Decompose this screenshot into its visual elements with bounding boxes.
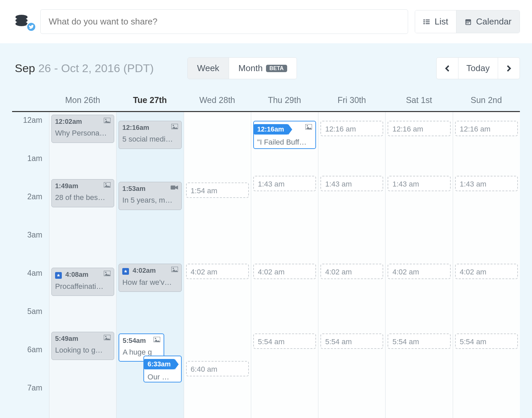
event[interactable]: 12:16am "I Failed Buff… [253, 121, 316, 149]
slot[interactable]: 5:54 am [253, 333, 316, 349]
event[interactable]: 1:49am 28 of the bes… [51, 179, 114, 207]
slot[interactable]: 6:40 am [186, 361, 249, 376]
slot[interactable]: 1:54 am [186, 182, 249, 198]
view-toggle: List Calendar [415, 10, 520, 33]
slot[interactable]: 4:02 am [455, 264, 518, 279]
slot[interactable]: 12:16 am [455, 121, 518, 136]
share-input[interactable] [40, 9, 408, 34]
beta-badge: BETA [266, 65, 287, 72]
svg-point-7 [424, 21, 425, 22]
image-icon [171, 267, 178, 272]
day-col-fri: 12:16 am 1:43 am 4:02 am 5:54 am [318, 112, 385, 418]
image-icon [171, 124, 178, 129]
day-col-tue: 12:16am 5 social medi… 1:53am In 5 years… [116, 112, 183, 418]
slot[interactable]: 5:54 am [455, 333, 518, 349]
svg-rect-12 [468, 21, 469, 22]
image-icon [104, 118, 110, 123]
event[interactable]: 1:53am In 5 years, m… [119, 182, 181, 210]
slot[interactable]: 12:16 am [388, 121, 450, 136]
day-col-sat: 12:16 am 1:43 am 4:02 am 5:54 am [385, 112, 452, 418]
twitter-icon [26, 22, 36, 32]
event[interactable]: 12:02am Why Persona… [51, 115, 114, 143]
svg-point-30 [155, 338, 156, 339]
slot[interactable]: 4:02 am [186, 264, 249, 279]
week-button[interactable]: Week [188, 58, 229, 79]
day-header: Tue 27th [116, 89, 183, 112]
logo[interactable] [14, 13, 34, 31]
star-icon [122, 268, 129, 275]
slot[interactable]: 1:43 am [253, 176, 316, 191]
event[interactable]: 6:33am Our … [143, 356, 181, 382]
prev-button[interactable] [437, 58, 458, 79]
slot[interactable]: 1:43 am [455, 176, 518, 191]
today-button[interactable]: Today [458, 58, 498, 79]
slot[interactable]: 1:43 am [388, 176, 450, 191]
svg-rect-15 [468, 22, 469, 23]
date-range-label: Sep 26 - Oct 2, 2016 (PDT) [15, 62, 154, 75]
slot[interactable]: 4:02 am [388, 264, 450, 279]
day-col-wed: 1:54 am 4:02 am 6:40 am [184, 112, 251, 418]
star-icon [55, 272, 62, 279]
image-icon [305, 124, 312, 129]
svg-point-6 [424, 19, 425, 20]
image-icon [104, 335, 110, 340]
list-icon [423, 18, 431, 25]
svg-rect-14 [467, 22, 468, 23]
event[interactable]: 12:16am 5 social medi… [119, 121, 181, 149]
day-col-mon: 12:02am Why Persona… 1:49am 28 of the be… [49, 112, 116, 418]
svg-point-28 [173, 268, 174, 269]
svg-point-8 [424, 23, 425, 24]
svg-point-19 [105, 183, 106, 185]
month-button[interactable]: Month BETA [229, 58, 297, 79]
day-header: Thu 29th [251, 89, 318, 112]
event[interactable]: 4:08am Procaffeinati… [51, 268, 114, 296]
day-header: Mon 26th [49, 89, 116, 112]
time-axis: 12am 1am 2am 3am 4am 5am 6am 7am [12, 112, 49, 418]
next-button[interactable] [498, 58, 520, 79]
video-icon [171, 185, 178, 190]
day-header: Sat 1st [385, 89, 452, 112]
svg-rect-11 [467, 21, 468, 22]
date-nav: Today [436, 57, 520, 79]
svg-point-32 [307, 125, 308, 126]
view-list-button[interactable]: List [415, 10, 456, 33]
svg-point-23 [105, 336, 106, 337]
day-col-sun: 12:16 am 1:43 am 4:02 am 5:54 am [453, 112, 520, 418]
slot[interactable]: 5:54 am [388, 333, 450, 349]
view-list-label: List [435, 16, 448, 27]
day-header: Sun 2nd [453, 89, 520, 112]
view-calendar-button[interactable]: Calendar [456, 10, 520, 33]
event[interactable]: 5:49am Looking to g… [51, 332, 114, 360]
svg-rect-13 [469, 21, 470, 22]
image-icon [153, 337, 160, 342]
svg-rect-26 [171, 186, 175, 190]
range-toggle: Week Month BETA [187, 57, 297, 79]
svg-point-21 [105, 272, 106, 273]
slot[interactable]: 4:02 am [253, 264, 316, 279]
slot[interactable]: 5:54 am [320, 333, 383, 349]
svg-point-25 [173, 125, 174, 126]
day-header: Wed 28th [184, 89, 251, 112]
svg-point-2 [15, 21, 28, 26]
day-header: Fri 30th [318, 89, 385, 112]
view-calendar-label: Calendar [476, 16, 512, 27]
day-col-thu: 12:16am "I Failed Buff… 1:43 am 4:02 am … [251, 112, 318, 418]
svg-point-17 [105, 119, 106, 120]
image-icon [104, 271, 110, 276]
slot[interactable]: 1:43 am [320, 176, 383, 191]
event[interactable]: 4:02am How far we'v… [119, 264, 181, 292]
chevron-left-icon [445, 64, 450, 72]
calendar-icon [464, 18, 472, 25]
slot[interactable]: 4:02 am [320, 264, 383, 279]
chevron-right-icon [506, 64, 512, 72]
slot[interactable]: 12:16 am [320, 121, 383, 136]
image-icon [104, 182, 110, 188]
